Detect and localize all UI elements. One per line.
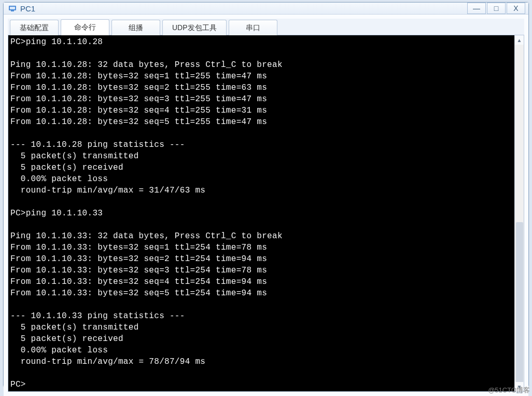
svg-rect-2 (11, 10, 14, 11)
minimize-button[interactable]: — (467, 3, 486, 14)
close-icon: X (513, 4, 518, 12)
tab-command-line[interactable]: 命令行 (61, 19, 109, 35)
watermark: @51CTO博客 (488, 386, 530, 395)
tab-basic-config[interactable]: 基础配置 (10, 20, 59, 35)
app-icon (8, 4, 17, 13)
window-title: PC1 (20, 4, 35, 13)
tab-label: 基础配置 (20, 23, 49, 33)
tab-multicast[interactable]: 组播 (111, 20, 160, 35)
tab-label: 串口 (246, 23, 260, 33)
app-window: PC1 — □ X 基础配置 命令行 组播 UDP发包工具 串口 PC>ping… (3, 2, 529, 387)
close-button[interactable]: X (507, 3, 525, 14)
tab-bar: 基础配置 命令行 组播 UDP发包工具 串口 (8, 19, 524, 35)
tab-serial[interactable]: 串口 (229, 20, 277, 35)
scrollbar[interactable]: ▲ ▼ (514, 35, 524, 391)
scroll-up-button[interactable]: ▲ (515, 35, 524, 45)
maximize-button[interactable]: □ (487, 3, 506, 14)
tab-label: UDP发包工具 (172, 23, 217, 33)
tab-label: 组播 (129, 23, 143, 33)
titlebar[interactable]: PC1 — □ X (4, 3, 528, 15)
maximize-icon: □ (494, 4, 498, 12)
content-area: 基础配置 命令行 组播 UDP发包工具 串口 PC>ping 10.1.10.2… (4, 15, 528, 396)
scroll-thumb[interactable] (516, 222, 523, 393)
svg-rect-1 (10, 7, 15, 9)
minimize-icon: — (473, 4, 480, 12)
terminal-output[interactable]: PC>ping 10.1.10.28 Ping 10.1.10.28: 32 d… (8, 35, 514, 391)
tab-label: 命令行 (74, 23, 96, 32)
tab-udp-tool[interactable]: UDP发包工具 (162, 20, 227, 35)
terminal-wrapper: PC>ping 10.1.10.28 Ping 10.1.10.28: 32 d… (8, 35, 524, 392)
